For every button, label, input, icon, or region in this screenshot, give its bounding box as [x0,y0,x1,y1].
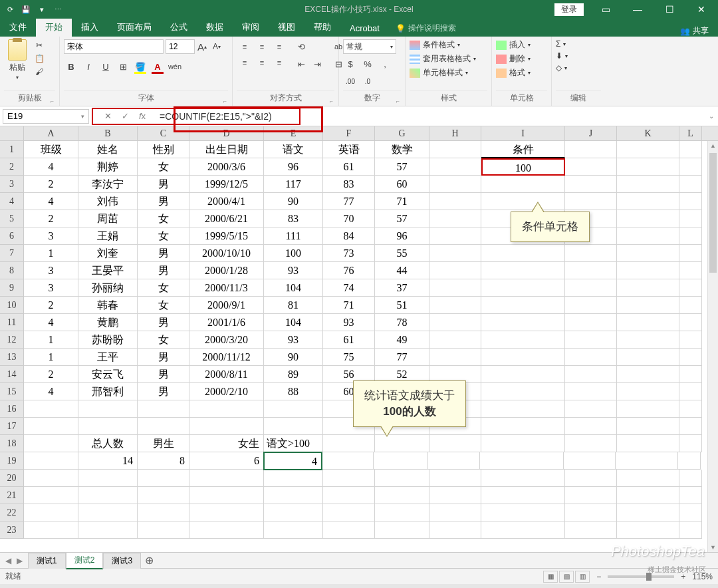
launcher-icon[interactable]: ⌐ [223,98,227,104]
cell[interactable]: 93 [264,331,323,349]
decrease-decimal-icon[interactable]: .0 [360,74,375,88]
cell[interactable] [679,245,702,262]
cut-icon[interactable]: ✂ [33,39,45,51]
cell[interactable] [481,470,565,487]
tab-data[interactable]: 数据 [197,19,233,37]
cell[interactable] [679,400,702,418]
cell[interactable]: 4 [24,383,78,400]
tell-me-search[interactable]: 💡操作说明搜索 [389,20,463,37]
cell[interactable]: 男 [138,383,189,400]
cell[interactable] [429,227,481,245]
tab-acrobat[interactable]: Acrobat [340,21,389,37]
cell[interactable] [565,314,617,331]
cell[interactable] [679,158,702,176]
cell[interactable] [565,400,617,418]
launcher-icon[interactable]: ⌐ [396,98,400,104]
cell[interactable] [264,521,323,539]
cell[interactable]: 姓名 [78,141,138,158]
row-header[interactable]: 10 [0,297,24,314]
cell[interactable]: 61 [323,158,375,176]
font-color-button[interactable]: A [150,59,165,74]
cell[interactable]: 14 [78,452,138,470]
cell[interactable]: 李汝宁 [78,176,138,193]
cell[interactable]: 女 [138,331,189,349]
cell[interactable] [565,141,617,158]
cell[interactable] [375,521,429,539]
cell[interactable] [481,366,565,383]
cell[interactable] [565,487,617,504]
cell[interactable] [617,366,679,383]
row-header[interactable]: 9 [0,279,24,297]
maximize-button[interactable]: ☐ [659,3,679,16]
cell[interactable]: 黄鹏 [78,314,138,331]
align-center-icon[interactable]: ≡ [254,55,270,70]
cell[interactable] [565,331,617,349]
cell[interactable] [429,176,481,193]
cell[interactable]: 出生日期 [189,141,264,158]
cell[interactable] [24,400,78,418]
cell[interactable] [323,521,375,539]
cell[interactable] [617,504,679,521]
cell[interactable] [264,487,323,504]
italic-button[interactable]: I [81,59,96,74]
row-header[interactable]: 2 [0,158,24,176]
zoom-out-button[interactable]: − [596,572,601,581]
cell[interactable]: 2 [24,366,78,383]
tab-view[interactable]: 视图 [269,19,304,37]
cell[interactable]: 76 [323,262,375,279]
cell[interactable] [323,487,375,504]
cell[interactable]: 女 [138,279,189,297]
cell[interactable] [189,418,264,435]
cell[interactable]: 男 [138,245,189,262]
cell[interactable] [429,504,481,521]
col-header[interactable]: E [264,126,323,140]
cell[interactable]: 3 [24,279,78,297]
cell[interactable] [565,279,617,297]
cell[interactable] [264,418,323,435]
delete-cells-button[interactable]: 删除▾ [496,53,531,65]
align-right-icon[interactable]: ≡ [271,55,287,70]
bold-button[interactable]: B [64,59,78,74]
login-button[interactable]: 登录 [554,3,584,16]
cell[interactable] [679,349,702,366]
cell[interactable] [617,176,679,193]
row-header[interactable]: 5 [0,210,24,227]
cell[interactable]: 89 [264,366,323,383]
cell[interactable] [481,400,565,418]
cell[interactable] [617,262,679,279]
cell[interactable]: 77 [375,349,429,366]
percent-icon[interactable]: % [360,57,375,71]
cell[interactable] [375,470,429,487]
cell[interactable]: 2000/6/21 [189,210,264,227]
tab-layout[interactable]: 页面布局 [108,19,161,37]
cell[interactable]: 100 [481,158,565,176]
cancel-formula-icon[interactable]: ✕ [101,111,114,121]
cell[interactable] [679,331,702,349]
cell[interactable] [565,383,617,400]
cell[interactable] [323,504,375,521]
cell[interactable] [429,331,481,349]
cell[interactable]: 88 [264,383,323,400]
zoom-slider[interactable] [608,575,674,578]
cell[interactable] [374,452,428,470]
cell[interactable] [138,470,189,487]
decrease-font-icon[interactable]: A▾ [209,39,224,54]
cell[interactable] [24,504,78,521]
row-header[interactable]: 12 [0,331,24,349]
cell[interactable] [617,245,679,262]
cell[interactable] [481,176,565,193]
cell[interactable]: 44 [375,262,429,279]
tab-formula[interactable]: 公式 [161,19,197,37]
cell[interactable] [617,383,679,400]
cell[interactable]: 75 [323,349,375,366]
cell[interactable] [24,470,78,487]
cell[interactable]: 荆婷 [78,158,138,176]
vertical-scrollbar[interactable] [707,141,718,552]
col-header[interactable]: K [617,126,679,140]
row-header[interactable]: 22 [0,504,24,521]
cell[interactable]: 74 [323,279,375,297]
row-header[interactable]: 21 [0,487,24,504]
cell[interactable] [78,470,138,487]
cell[interactable] [617,279,679,297]
cell[interactable] [24,435,78,452]
